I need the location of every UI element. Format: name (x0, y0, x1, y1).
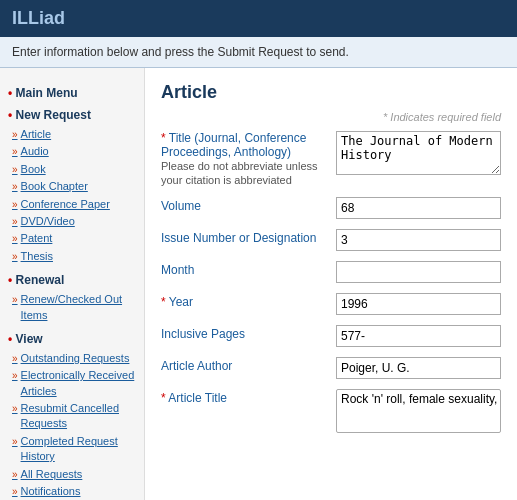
sidebar: Main Menu New Request Article Audio Book… (0, 68, 145, 500)
sidebar-item-dvd-video[interactable]: DVD/Video (8, 213, 136, 230)
year-label: Year (161, 293, 336, 309)
inclusive-pages-label: Inclusive Pages (161, 325, 336, 341)
required-note: * Indicates required field (161, 111, 501, 123)
field-row-year: Year (161, 293, 501, 315)
info-bar: Enter information below and press the Su… (0, 37, 517, 68)
field-row-inclusive-pages: Inclusive Pages (161, 325, 501, 347)
field-row-article-author: Article Author (161, 357, 501, 379)
article-title-input-wrap: Rock 'n' roll, female sexuality, and the… (336, 389, 501, 433)
month-input-wrap (336, 261, 501, 283)
volume-input-wrap (336, 197, 501, 219)
month-label: Month (161, 261, 336, 277)
page-title: Article (161, 82, 501, 103)
sidebar-item-audio[interactable]: Audio (8, 143, 136, 160)
sidebar-item-all-requests[interactable]: All Requests (8, 466, 136, 483)
field-row-month: Month (161, 261, 501, 283)
inclusive-pages-input[interactable] (336, 325, 501, 347)
sidebar-item-notifications[interactable]: Notifications (8, 483, 136, 500)
article-title-label: Article Title (161, 389, 336, 405)
article-author-label: Article Author (161, 357, 336, 373)
article-author-input[interactable] (336, 357, 501, 379)
article-title-input[interactable]: Rock 'n' roll, female sexuality, and the… (336, 389, 501, 433)
sidebar-item-completed[interactable]: Completed Request History (8, 433, 136, 466)
journal-title-note: Please do not abbreviate unless your cit… (161, 160, 318, 186)
sidebar-item-book[interactable]: Book (8, 161, 136, 178)
journal-title-label-group: * Title (Journal, Conference Proceedings… (161, 131, 336, 187)
sidebar-item-renew[interactable]: Renew/Checked Out Items (8, 291, 136, 324)
sidebar-item-conference-paper[interactable]: Conference Paper (8, 196, 136, 213)
sidebar-item-electronically[interactable]: Electronically Received Articles (8, 367, 136, 400)
sidebar-item-book-chapter[interactable]: Book Chapter (8, 178, 136, 195)
sidebar-section-new-request: New Request (8, 108, 136, 122)
field-row-article-title: Article Title Rock 'n' roll, female sexu… (161, 389, 501, 433)
issue-input-wrap (336, 229, 501, 251)
content-area: Article * Indicates required field * Tit… (145, 68, 517, 500)
app-header: ILLiad (0, 0, 517, 37)
app-title: ILLiad (12, 8, 65, 28)
field-row-issue: Issue Number or Designation (161, 229, 501, 251)
sidebar-section-renewal: Renewal (8, 273, 136, 287)
sidebar-item-article[interactable]: Article (8, 126, 136, 143)
inclusive-pages-input-wrap (336, 325, 501, 347)
main-layout: Main Menu New Request Article Audio Book… (0, 68, 517, 500)
sidebar-item-thesis[interactable]: Thesis (8, 248, 136, 265)
sidebar-section-view: View (8, 332, 136, 346)
required-asterisk: * (161, 131, 169, 145)
info-message: Enter information below and press the Su… (12, 45, 349, 59)
article-author-input-wrap (336, 357, 501, 379)
field-row-volume: Volume (161, 197, 501, 219)
sidebar-item-resubmit[interactable]: Resubmit Cancelled Requests (8, 400, 136, 433)
volume-label: Volume (161, 197, 336, 213)
volume-input[interactable] (336, 197, 501, 219)
issue-input[interactable] (336, 229, 501, 251)
journal-title-label: Title (Journal, Conference Proceedings, … (161, 131, 306, 159)
issue-label: Issue Number or Designation (161, 229, 336, 245)
month-input[interactable] (336, 261, 501, 283)
year-input-wrap (336, 293, 501, 315)
sidebar-item-outstanding[interactable]: Outstanding Requests (8, 350, 136, 367)
journal-title-input[interactable]: The Journal of Modern History (336, 131, 501, 175)
sidebar-item-patent[interactable]: Patent (8, 230, 136, 247)
year-input[interactable] (336, 293, 501, 315)
journal-title-input-wrap: The Journal of Modern History (336, 131, 501, 178)
field-row-journal-title: * Title (Journal, Conference Proceedings… (161, 131, 501, 187)
sidebar-section-main-menu[interactable]: Main Menu (8, 86, 136, 100)
